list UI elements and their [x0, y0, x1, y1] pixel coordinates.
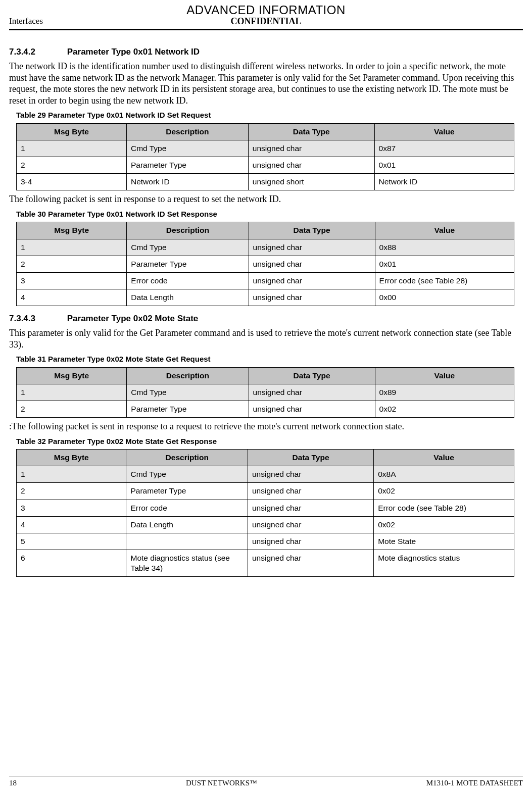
table-row: 4 Data Length unsigned char 0x00 — [17, 289, 514, 306]
table-row: 5 unsigned char Mote State — [17, 533, 514, 550]
table30: Msg Byte Description Data Type Value 1 C… — [16, 222, 514, 306]
footer-right: M1310-1 MOTE DATASHEET — [426, 778, 523, 788]
table-row: 2 Parameter Type unsigned char 0x01 — [17, 157, 514, 174]
table-header: Value — [375, 222, 514, 239]
table32: Msg Byte Description Data Type Value 1 C… — [16, 449, 514, 577]
table-header: Msg Byte — [17, 123, 127, 140]
section-number: 7.3.4.2 — [9, 46, 65, 58]
table-row: 2 Parameter Type unsigned char 0x02 — [17, 483, 514, 500]
table-row: 3 Error code unsigned char Error code (s… — [17, 272, 514, 289]
table-row: 1 Cmd Type unsigned char 0x88 — [17, 239, 514, 256]
table-row: 4 Data Length unsigned char 0x02 — [17, 516, 514, 533]
table-row: 3 Error code unsigned char Error code (s… — [17, 500, 514, 516]
table-header: Value — [375, 367, 514, 384]
footer-center: DUST NETWORKS™ — [186, 778, 257, 788]
table-row: 1 Cmd Type unsigned char 0x87 — [17, 140, 514, 157]
table-header: Msg Byte — [17, 367, 127, 384]
table-header: Data Type — [249, 367, 375, 384]
table-row: 3-4 Network ID unsigned short Network ID — [17, 174, 514, 190]
section-title: Parameter Type 0x02 Mote State — [67, 314, 199, 323]
page-footer: 18 DUST NETWORKS™ M1310-1 MOTE DATASHEET — [9, 773, 523, 794]
table-header: Description — [126, 450, 248, 466]
header-left: Interfaces — [9, 16, 43, 27]
section-heading-2: 7.3.4.3 Parameter Type 0x02 Mote State — [9, 313, 523, 324]
table-header: Data Type — [248, 450, 373, 466]
section1-paragraph: The network ID is the identification num… — [9, 61, 523, 106]
section-heading-1: 7.3.4.2 Parameter Type 0x01 Network ID — [9, 46, 523, 58]
section-number: 7.3.4.3 — [9, 313, 65, 324]
table29: Msg Byte Description Data Type Value 1 C… — [16, 123, 514, 191]
table-header: Data Type — [248, 123, 374, 140]
table31-caption: Table 31 Parameter Type 0x02 Mote State … — [16, 354, 523, 364]
table-header: Data Type — [249, 222, 375, 239]
table-header: Value — [374, 123, 514, 140]
table-header: Description — [127, 367, 249, 384]
table-row: 2 Parameter Type unsigned char 0x01 — [17, 256, 514, 272]
table-header: Description — [126, 123, 248, 140]
table30-caption: Table 30 Parameter Type 0x01 Network ID … — [16, 209, 523, 219]
section-title: Parameter Type 0x01 Network ID — [67, 47, 200, 57]
section1-mid-paragraph: The following packet is sent in response… — [9, 193, 523, 205]
table32-caption: Table 32 Parameter Type 0x02 Mote State … — [16, 436, 523, 447]
table-header: Msg Byte — [17, 450, 126, 466]
table29-caption: Table 29 Parameter Type 0x01 Network ID … — [16, 110, 523, 120]
header-center: CONFIDENTIAL — [9, 16, 523, 27]
footer-rule — [9, 776, 523, 776]
section2-paragraph: This parameter is only valid for the Get… — [9, 327, 523, 350]
table-header: Description — [127, 222, 249, 239]
table-header: Msg Byte — [17, 222, 127, 239]
table31: Msg Byte Description Data Type Value 1 C… — [16, 367, 514, 418]
footer-page-number: 18 — [9, 778, 17, 788]
header-rule — [9, 29, 523, 30]
table-row: 1 Cmd Type unsigned char 0x8A — [17, 466, 514, 483]
section2-mid-paragraph: :The following packet is sent in respons… — [9, 421, 523, 432]
table-row: 6 Mote diagnostics status (see Table 34)… — [17, 550, 514, 577]
table-row: 2 Parameter Type unsigned char 0x02 — [17, 401, 514, 418]
table-row: 1 Cmd Type unsigned char 0x89 — [17, 384, 514, 401]
table-header: Value — [374, 450, 514, 466]
